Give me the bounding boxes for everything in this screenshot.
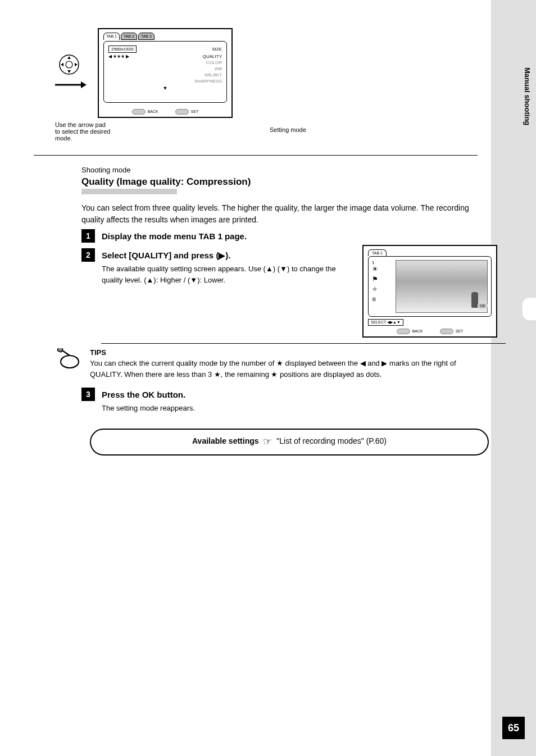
step-1-text: Display the mode menu TAB 1 page. <box>102 229 247 242</box>
step-badge-3: 3 <box>81 388 95 401</box>
svg-rect-9 <box>57 348 63 352</box>
sm-back-pill: BACK <box>397 329 423 334</box>
back-pill: BACK <box>132 109 158 115</box>
row-quality: QUALITY <box>203 54 222 59</box>
section-title: Quality (Image quality: Compression) <box>81 176 478 188</box>
step-3-sub: The setting mode reappears. <box>102 403 195 414</box>
ref-link-text: "List of recording modes" (P.60) <box>276 436 387 445</box>
arrow-pad-note: Use the arrow pad to select the desired … <box>55 121 111 142</box>
brightness-icon: ☀ <box>372 265 392 273</box>
svg-marker-5 <box>75 63 78 66</box>
svg-marker-4 <box>61 63 63 66</box>
ref-prefix: Available settings <box>192 436 259 445</box>
set-pill: SET <box>175 109 199 115</box>
screen-tab-2: TAB 2 <box>121 33 137 40</box>
step-2-sub: The available quality setting screen app… <box>102 263 338 285</box>
down-caret-icon: ▼ <box>108 85 222 91</box>
sm-set-pill: SET <box>440 329 464 334</box>
sm-tab-1: TAB 1 <box>368 249 387 256</box>
row-wb: WB <box>215 66 222 71</box>
svg-marker-2 <box>67 56 71 59</box>
step-2-text: Select [QUALITY] and press (▶). The avai… <box>102 248 338 285</box>
flag-icon: ⚑ <box>372 275 392 283</box>
row-wbbkt: WB-BKT <box>205 72 222 78</box>
page-number: 65 <box>502 717 525 739</box>
divider <box>34 155 478 156</box>
setting-mode-caption: Setting mode <box>270 126 306 133</box>
tips-label: TIPS <box>90 348 472 357</box>
step-badge-1: 1 <box>81 229 95 243</box>
title-underline <box>81 189 177 194</box>
svg-point-8 <box>61 356 79 368</box>
dpad-icon <box>57 53 81 76</box>
section-subhead: Shooting mode <box>81 166 478 174</box>
row-quality-arrows: ◀ ★★★ ▶ <box>108 54 129 59</box>
bars-icon: ≡ <box>372 295 392 303</box>
screen-tab-1: TAB 1 <box>103 33 120 40</box>
svg-marker-3 <box>67 70 71 73</box>
row-color: COLOR <box>206 60 222 65</box>
pointing-hand-icon: ☞ <box>263 435 272 448</box>
content: TAB 1 TAB 2 TAB 3 2560x1920SIZE ◀ ★★★ ▶Q… <box>34 28 478 456</box>
sm-left-number: 1 <box>372 260 392 265</box>
arrow-right-icon <box>54 76 88 94</box>
tips-divider-top <box>101 343 506 344</box>
screen-tab-3: TAB 3 <box>138 33 155 40</box>
sparkle-icon: ✧ <box>372 285 392 293</box>
svg-point-1 <box>66 61 72 68</box>
intro-paragraph: You can select from three quality levels… <box>81 202 475 226</box>
tips-text: You can check the current quality mode b… <box>90 358 472 380</box>
svg-marker-7 <box>81 81 87 88</box>
camera-screen-small: TAB 1 1 ☀ ⚑ ✧ ≡ OK <box>362 245 497 338</box>
step-badge-2: 2 <box>81 248 95 262</box>
ok-badge: OK <box>478 303 488 308</box>
camera-screen-main: TAB 1 TAB 2 TAB 3 2560x1920SIZE ◀ ★★★ ▶Q… <box>98 28 233 118</box>
row-sharpness: SHARPNESS <box>194 79 222 84</box>
row-size-value: 2560x1920 <box>108 45 137 53</box>
step-3-text: Press the OK button. The setting mode re… <box>102 388 195 414</box>
vertical-section-label: Manual shooting <box>523 67 532 125</box>
tab-notch <box>523 298 536 320</box>
pushpin-icon <box>55 348 82 371</box>
row-size: SIZE <box>212 47 222 52</box>
reference-box: Available settings ☞ "List of recording … <box>90 429 489 456</box>
select-arrows-label: SELECT ◀▶▲▼ <box>368 319 403 326</box>
preview-image <box>396 260 488 313</box>
